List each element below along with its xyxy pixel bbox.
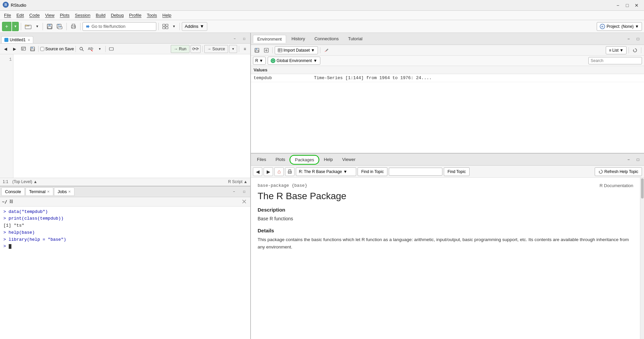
list-button[interactable]: ≡ List ▼ (606, 46, 627, 54)
svg-rect-37 (255, 50, 259, 52)
help-forward-button[interactable]: ▶ (264, 167, 273, 176)
editor-find-button[interactable] (77, 45, 86, 53)
close-button[interactable]: ✕ (632, 2, 641, 9)
menu-plots[interactable]: Plots (57, 12, 72, 18)
help-body[interactable]: base-package {base} R Documentation The … (251, 178, 640, 339)
addins-button[interactable]: Addins ▼ (182, 22, 207, 31)
source-on-save-checkbox[interactable] (40, 47, 44, 51)
help-tab-packages[interactable]: Packages (290, 156, 318, 164)
new-file-button[interactable]: + (2, 22, 11, 31)
help-tab-files[interactable]: Files (253, 156, 270, 163)
editor-content[interactable] (13, 54, 250, 178)
help-scrollbar-thumb[interactable] (641, 178, 644, 199)
svg-rect-46 (289, 170, 291, 171)
top-level-dropdown[interactable]: (Top Level) ▲ (12, 179, 38, 184)
r-button[interactable]: R ▼ (253, 57, 266, 65)
refresh-icon (598, 169, 603, 174)
menu-help[interactable]: Help (160, 12, 174, 18)
jobs-tab-close[interactable]: ✕ (68, 190, 71, 193)
editor-spellcheck-dropdown[interactable]: ▼ (96, 45, 104, 53)
console-body[interactable]: > data("tempdub") > print(class(tempdub)… (0, 207, 250, 339)
menu-tools[interactable]: Tools (144, 12, 160, 18)
env-refresh-button[interactable] (631, 46, 639, 54)
help-tab-plots[interactable]: Plots (271, 156, 289, 163)
editor-section: Untitled1 ✕ − □ ◀ ▶ Source o (0, 33, 250, 186)
editor-forward-button[interactable]: ▶ (10, 45, 18, 53)
collapse-help-button[interactable]: − (625, 156, 633, 164)
menu-profile[interactable]: Profile (126, 12, 144, 18)
env-search-input[interactable] (588, 57, 642, 64)
save-button[interactable] (45, 22, 54, 31)
console-dir-button[interactable]: ⛓ (7, 197, 15, 206)
env-tab-history[interactable]: History (287, 35, 309, 43)
package-selector-button[interactable]: R: The R Base Package ▼ (296, 167, 356, 176)
save-all-button[interactable] (55, 22, 64, 31)
help-search-input[interactable] (389, 168, 442, 176)
menu-debug[interactable]: Debug (108, 12, 126, 18)
editor-save-button[interactable] (29, 45, 37, 53)
menu-view[interactable]: View (42, 12, 57, 18)
open-file-dropdown[interactable]: ▼ (34, 22, 41, 31)
help-tab-viewer[interactable]: Viewer (338, 156, 360, 163)
editor-tab-untitled1[interactable]: Untitled1 ✕ (1, 36, 33, 43)
open-file-button[interactable] (23, 22, 33, 31)
editor-list-button[interactable]: ≡ (241, 45, 249, 53)
editor-spellcheck-button[interactable]: ABC (87, 45, 95, 53)
grid-button[interactable] (161, 22, 170, 31)
find-in-topic-button[interactable]: Find in Topic (358, 167, 387, 176)
env-tab-environment[interactable]: Environment (253, 35, 286, 43)
menu-code[interactable]: Code (26, 12, 42, 18)
help-scrollbar[interactable] (640, 178, 644, 339)
env-tab-connections[interactable]: Connections (310, 35, 342, 43)
terminal-tab-close[interactable]: ✕ (47, 190, 50, 193)
file-type-dropdown[interactable]: R Script ▲ (228, 179, 248, 184)
env-clear-button[interactable] (322, 46, 330, 54)
maximize-console-button[interactable]: □ (239, 187, 249, 196)
find-topic-button[interactable]: Find Topic (444, 167, 469, 176)
editor-history-button[interactable] (19, 45, 28, 53)
collapse-editor-button[interactable]: − (230, 34, 239, 43)
env-tab-tutorial[interactable]: Tutorial (344, 35, 367, 43)
env-save-button[interactable] (253, 46, 261, 54)
maximize-editor-button[interactable]: □ (239, 34, 249, 43)
menu-session[interactable]: Session (72, 12, 93, 18)
help-home-button[interactable]: ⌂ (274, 167, 284, 176)
help-tab-help[interactable]: Help (320, 156, 337, 163)
rerun-button[interactable]: ⟳⟳ (191, 45, 201, 53)
help-r-documentation: R Documentation (600, 183, 633, 188)
collapse-env-button[interactable]: − (625, 35, 633, 43)
refresh-help-topic-button[interactable]: Refresh Help Topic (595, 167, 642, 176)
run-button[interactable]: → Run (171, 45, 189, 53)
maximize-help-button[interactable]: □ (634, 156, 642, 164)
print-button[interactable] (69, 22, 78, 31)
console-clear-button[interactable] (240, 197, 248, 206)
import-dataset-label: Import Dataset (283, 48, 310, 53)
editor-back-button[interactable]: ◀ (1, 45, 9, 53)
project-button[interactable]: R Project: (None) ▼ (597, 22, 642, 31)
maximize-button[interactable]: □ (623, 2, 632, 9)
new-file-dropdown[interactable]: ▼ (12, 22, 19, 31)
env-row-tempdub[interactable]: tempdub Time-Series [1:144] from 1964 to… (251, 74, 644, 82)
menu-build[interactable]: Build (93, 12, 108, 18)
env-load-button[interactable] (262, 46, 270, 54)
global-env-button[interactable]: Global Environment ▼ (268, 57, 320, 65)
import-dataset-button[interactable]: Import Dataset ▼ (275, 46, 318, 54)
help-back-button[interactable]: ◀ (253, 167, 262, 176)
console-tab-console[interactable]: Console (1, 187, 25, 196)
tab-close-button[interactable]: ✕ (28, 38, 30, 42)
console-tab-jobs[interactable]: Jobs ✕ (54, 187, 74, 196)
source-button[interactable]: → Source (204, 45, 228, 53)
package-selector-label: R: The R Base Package (299, 169, 342, 174)
maximize-env-button[interactable]: □ (634, 35, 642, 43)
grid-dropdown[interactable]: ▼ (171, 22, 177, 31)
minimize-button[interactable]: − (613, 2, 623, 9)
source-dropdown[interactable]: ▼ (229, 45, 237, 53)
toolbar-separator-6 (179, 23, 180, 30)
goto-input-wrap[interactable]: Go to file/function (83, 22, 156, 31)
collapse-console-button[interactable]: − (229, 187, 239, 196)
menu-edit[interactable]: Edit (14, 12, 26, 18)
console-tab-terminal[interactable]: Terminal ✕ (25, 187, 53, 196)
help-print-button[interactable] (285, 167, 294, 176)
menu-file[interactable]: File (1, 12, 14, 18)
editor-inline-button[interactable] (107, 45, 115, 53)
